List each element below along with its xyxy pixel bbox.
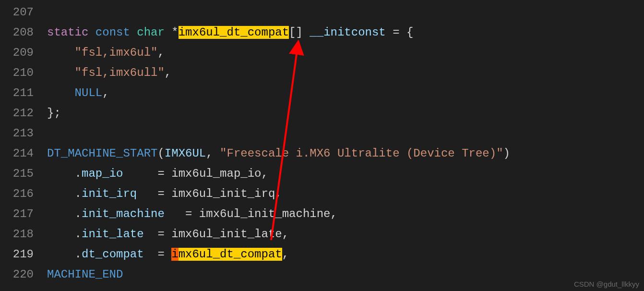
token: . [47, 167, 82, 180]
code-content[interactable]: MACHINE_END [47, 268, 644, 281]
token: i [171, 248, 178, 261]
token: , [102, 86, 109, 99]
code-content[interactable]: .map_io = imx6ul_map_io, [47, 167, 644, 180]
code-line[interactable]: 218 .init_late = imx6ul_init_late, [0, 224, 644, 244]
token: imx6ul_dt_compat [179, 26, 289, 39]
token: , [282, 228, 289, 241]
code-content[interactable]: .init_machine = imx6ul_init_machine, [47, 207, 644, 220]
token: ( [157, 147, 164, 160]
token: IMX6UL [165, 147, 206, 160]
token: char [137, 26, 165, 39]
token: static [47, 26, 88, 39]
token: const [95, 26, 130, 39]
code-line[interactable]: 208static const char *imx6ul_dt_compat[]… [0, 22, 644, 42]
code-content[interactable]: .init_late = imx6ul_init_late, [47, 228, 644, 241]
code-line[interactable]: 211 NULL, [0, 83, 644, 103]
line-number: 209 [0, 46, 47, 59]
line-number: 220 [0, 268, 47, 281]
token: init_irq [82, 187, 137, 200]
token: . [47, 248, 82, 261]
code-content[interactable]: }; [47, 107, 644, 120]
token: }; [47, 107, 61, 120]
line-number: 208 [0, 26, 47, 39]
line-number: 218 [0, 228, 47, 241]
token: imx6ul_map_io [171, 167, 261, 180]
code-editor[interactable]: 207208static const char *imx6ul_dt_compa… [0, 0, 644, 284]
watermark: CSDN @gdut_llkkyy [574, 280, 639, 288]
token: "Freescale i.MX6 Ultralite (Device Tree)… [220, 147, 503, 160]
code-line[interactable]: 213 [0, 123, 644, 143]
token: = [137, 187, 171, 200]
token: init_late [82, 228, 144, 241]
line-number: 216 [0, 187, 47, 200]
token: dt_compat [82, 248, 144, 261]
line-number: 207 [0, 6, 47, 19]
code-content[interactable]: "fsl,imx6ull", [47, 66, 644, 79]
token: , [331, 207, 337, 220]
code-line[interactable]: 219 .dt_compat = imx6ul_dt_compat, [0, 244, 644, 264]
token: imx6ul_init_machine [199, 207, 331, 220]
token: __initconst [310, 26, 385, 39]
token: mx6ul_dt_compat [179, 248, 282, 261]
token: = [144, 228, 172, 241]
token: init_machine [82, 207, 165, 220]
token [47, 46, 75, 59]
token: , [275, 187, 282, 200]
token: , [157, 46, 164, 59]
token: , [206, 147, 220, 160]
token [130, 26, 137, 39]
token: = [123, 167, 171, 180]
line-number: 214 [0, 147, 47, 160]
token: MACHINE_END [47, 268, 123, 281]
token: NULL [75, 86, 103, 99]
token: * [165, 26, 179, 39]
code-line[interactable]: 214DT_MACHINE_START(IMX6UL, "Freescale i… [0, 143, 644, 163]
token: imx6ul_init_irq [171, 187, 275, 200]
line-number: 211 [0, 86, 47, 99]
token: . [47, 187, 82, 200]
code-line[interactable]: 220MACHINE_END [0, 264, 644, 284]
code-content[interactable]: NULL, [47, 86, 644, 99]
code-line[interactable]: 217 .init_machine = imx6ul_init_machine, [0, 204, 644, 224]
token: [] [289, 26, 310, 39]
code-line[interactable]: 212}; [0, 103, 644, 123]
token: "fsl,imx6ul" [75, 46, 158, 59]
code-line[interactable]: 210 "fsl,imx6ull", [0, 62, 644, 83]
line-number: 213 [0, 127, 47, 140]
code-line[interactable]: 216 .init_irq = imx6ul_init_irq, [0, 183, 644, 204]
token: = [165, 207, 199, 220]
code-line[interactable]: 209 "fsl,imx6ul", [0, 42, 644, 62]
code-line[interactable]: 207 [0, 2, 644, 22]
code-line[interactable]: 215 .map_io = imx6ul_map_io, [0, 163, 644, 183]
token: , [262, 167, 268, 180]
line-number: 215 [0, 167, 47, 180]
token: , [165, 66, 171, 79]
line-number: 217 [0, 207, 47, 220]
code-content[interactable]: .dt_compat = imx6ul_dt_compat, [47, 248, 644, 261]
token [88, 26, 95, 39]
token: . [47, 207, 82, 220]
token: ) [503, 147, 510, 160]
code-content[interactable]: .init_irq = imx6ul_init_irq, [47, 187, 644, 200]
token [47, 86, 75, 99]
token: = { [386, 26, 414, 39]
token: map_io [82, 167, 123, 180]
line-number: 219 [0, 248, 47, 261]
code-content[interactable]: static const char *imx6ul_dt_compat[] __… [47, 26, 644, 39]
line-number: 210 [0, 66, 47, 79]
token: = [144, 248, 172, 261]
code-content[interactable]: DT_MACHINE_START(IMX6UL, "Freescale i.MX… [47, 147, 644, 160]
token: imx6ul_init_late [171, 228, 282, 241]
token [47, 66, 75, 79]
token: DT_MACHINE_START [47, 147, 157, 160]
token: "fsl,imx6ull" [75, 66, 165, 79]
code-content[interactable]: "fsl,imx6ul", [47, 46, 644, 59]
token: , [282, 248, 289, 261]
line-number: 212 [0, 107, 47, 120]
token: . [47, 228, 82, 241]
